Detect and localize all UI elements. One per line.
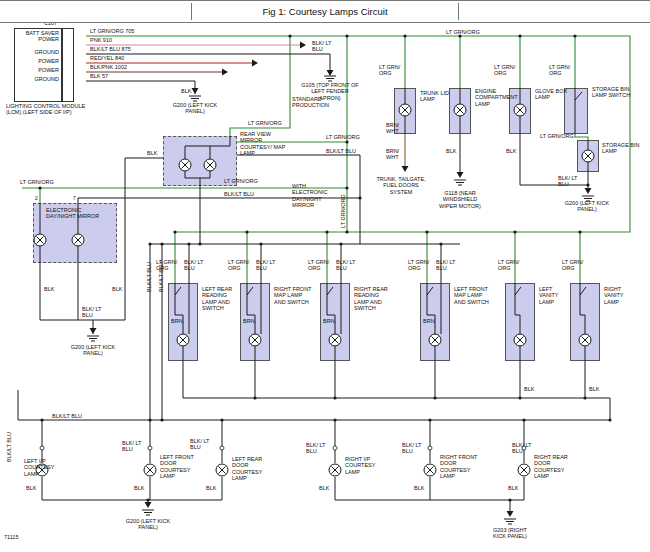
- wire-label-brn: BRN: [171, 318, 183, 324]
- wire-label-blk-lt-blu: BLK/LT BLU: [224, 191, 254, 197]
- component-label-left-vanity: LEFT VANITY LAMP: [539, 286, 569, 305]
- wire-label: LT GRN/ORG 705: [90, 28, 134, 34]
- wire-label-lt-grn-org: LT GRN/ORG: [446, 29, 480, 35]
- ground-label-g200-bottom: G200 (LEFT KICK PANEL): [125, 518, 171, 531]
- right-vanity-lamp-box: [570, 283, 600, 361]
- wire-label-lt-grn-org-vertical: LT GRN/ORG: [340, 194, 346, 228]
- component-label-storage-bin-lamp-switch: STORAGE BIN LAMP SWITCH: [592, 86, 638, 99]
- component-label-left-rear-reading: LEFT REAR READING LAMP AND SWITCH: [202, 286, 240, 311]
- wire-label-blk-lt-blu: BLK/ LT BLU: [558, 175, 582, 188]
- wire-label-blk: BLK: [147, 150, 157, 156]
- wire-name: BLK: [90, 73, 100, 79]
- wire-label-lt-grn-org: LT GRN/ORG: [540, 133, 574, 139]
- component-label-right-vanity: RIGHT VANITY LAMP: [604, 286, 634, 305]
- wire-label-blk: BLK: [181, 88, 191, 94]
- storage-bin-lamp-box: [577, 140, 599, 172]
- lcm-pin-name: GROUND: [17, 76, 59, 82]
- note-with-electronic-mirror: WITH ELECTRONIC DAY/NIGHT MIRROR: [292, 183, 340, 208]
- ground-label-g200-top: G200 (LEFT KICK PANEL): [172, 102, 218, 115]
- wire-label-lt-grn-org: LT GRN/ ORG: [562, 259, 586, 272]
- wire-label-brn-wht: BRN/ WHT: [386, 148, 408, 161]
- wire-label-lt-grn-org: LT GRN/ORG: [248, 120, 282, 126]
- note-standard-production: STANDARD PRODUCTION: [292, 96, 336, 109]
- wire-label-blk: BLK: [446, 148, 456, 154]
- component-label-storage-bin-lamp: STORAGE BIN LAMP: [602, 142, 642, 155]
- ground-label-g200-right: G200 (LEFT KICK PANEL): [564, 200, 610, 213]
- lcm-pin-name: POWER: [17, 58, 59, 64]
- wire-label-lt-grn-org: LT GRN/ORG: [326, 134, 360, 140]
- mirror-pin-2: 2: [35, 196, 38, 202]
- wire-label-lt-grn-org: LT GRN/ ORG: [498, 259, 522, 272]
- wire-label: BLK/LT BLU 875: [90, 46, 131, 52]
- wire-label-lt-grn-org: LT GRN/ ORG: [494, 64, 518, 77]
- wire-label-blk-lt-blu: BLK/ LT BLU: [256, 259, 280, 272]
- figure-title: Fig 1: Courtesy Lamps Circuit: [191, 3, 458, 20]
- wire-label-blk: BLK: [414, 485, 424, 491]
- lcm-module-label: LIGHTING CONTROL MODULE (LCM) (LEFT SIDE…: [6, 103, 90, 116]
- mirror-pin-7: 7: [73, 196, 76, 202]
- wire-label-blk-lt-blu: BLK/ LT BLU: [82, 306, 106, 319]
- wire-label-blk: BLK: [508, 485, 518, 491]
- wire-label-brn: BRN: [243, 318, 255, 324]
- wire-label-blk-lt-blu: BLK/ LT BLU: [402, 442, 426, 455]
- circuit-number: 1002: [115, 64, 127, 70]
- diagram-watermark: 71115: [4, 534, 18, 540]
- wire-name: BLK/PNK: [90, 64, 113, 70]
- note-trunk-system: TRUNK, TAILGATE, FUEL DOORS SYSTEM: [376, 176, 426, 195]
- component-label-right-rear-door: RIGHT REAR DOOR COURTESY LAMP: [534, 454, 574, 479]
- circuit-number: 705: [125, 28, 134, 34]
- wire-label-blk: BLK: [26, 485, 36, 491]
- component-label-right-front-map: RIGHT FRONT MAP LAMP AND SWITCH: [274, 286, 312, 305]
- wire-label-blk-lt-blu: BLK/ LT BLU: [190, 438, 214, 451]
- wire-label-lt-grn-org: LT GRN/ ORG: [228, 259, 252, 272]
- figure-title-bar: Fig 1: Courtesy Lamps Circuit: [0, 0, 650, 23]
- wire-label-blk: BLK: [506, 148, 516, 154]
- wire-label-lt-grn-org: LT GRN/ ORG: [156, 259, 180, 272]
- wire-label-blk-lt-blu: BLK/LT BLU: [52, 413, 82, 419]
- component-label-right-front-door: RIGHT FRONT DOOR COURTESY LAMP: [440, 454, 482, 479]
- wire-label-blk: BLK: [319, 485, 329, 491]
- wire-name: PNK: [90, 37, 101, 43]
- component-label-left-front-door: LEFT FRONT DOOR COURTESY LAMP: [160, 454, 200, 479]
- left-vanity-lamp-box: [505, 283, 535, 361]
- component-label-left-ip-courtesy: LEFT I/P COURTESY LAMP: [24, 458, 60, 477]
- ground-label-g203: G203 (RIGHT KICK PANEL): [487, 527, 533, 540]
- wire-label: BLK 57: [90, 73, 108, 79]
- wire-label-lt-grn-org: LT GRN/ ORG: [549, 64, 573, 77]
- wire-label: RED/YEL 840: [90, 55, 124, 61]
- wire-label-blk-lt-blu: BLK/ LT BLU: [184, 259, 208, 272]
- wire-label-blk-lt-blu: BLK/ LT BLU: [512, 442, 536, 455]
- wire-label-lt-grn-org: LT GRN/ ORG: [308, 259, 332, 272]
- wire-label-blk: BLK: [112, 286, 122, 292]
- wire-label-lt-grn-org: LT GRN/ORG: [20, 179, 54, 185]
- circuit-number: 910: [103, 37, 112, 43]
- wire-label: BLK/PNK 1002: [90, 64, 127, 70]
- wire-label-blk-lt-blu-vertical: BLK/LT BLU: [6, 432, 12, 462]
- wire-label-blk-lt-blu: BLK/ LT BLU: [306, 442, 330, 455]
- wire-label-blk-lt-blu: BLK/ LT BLU: [312, 40, 336, 53]
- wire-label-blk-lt-blu: BLK/ LT BLU: [336, 259, 360, 272]
- wire-label-blk-lt-blu: BLK/LT BLU: [326, 148, 356, 154]
- lcm-connector-strip: [62, 28, 74, 102]
- wire-label-lt-grn-org: LT GRN/ ORG: [379, 64, 403, 77]
- component-label-right-rear-reading: RIGHT REAR READING LAMP AND SWITCH: [354, 286, 392, 311]
- wire-label-lt-grn-org: LT GRN/ORG: [224, 178, 258, 184]
- circuit-number: 875: [122, 46, 131, 52]
- inline-connectors: [40, 446, 526, 450]
- wire-label-blk-lt-blu-vertical: BLK/LT BLU: [146, 262, 152, 292]
- ground-label-g200-mirror: G200 (LEFT KICK PANEL): [70, 344, 116, 357]
- component-label-trunk-lid-lamp: TRUNK LID LAMP: [420, 90, 454, 103]
- wire-name: RED/YEL: [90, 55, 113, 61]
- wire-label-blk: BLK: [206, 485, 216, 491]
- lcm-pin-name: BATT SAVER POWER: [17, 30, 59, 43]
- wire-label-lt-grn-org: LT GRN/ ORG: [408, 259, 432, 272]
- component-label-engine-compartment-lamp: ENGINE COMPARTMENT LAMP: [475, 88, 527, 107]
- component-label-day-night-mirror: ELECTRONIC DAY/NIGHT MIRROR: [46, 207, 104, 220]
- lcm-pin-name: GROUND: [17, 49, 59, 55]
- wire-label-blk: BLK: [44, 286, 54, 292]
- wire-label-brn-wht: BRN/ WHT: [386, 122, 408, 135]
- component-label-rear-view-mirror: REAR VIEW MIRROR COURTESY/ MAP LAMP: [240, 131, 288, 156]
- wire-label: PNK 910: [90, 37, 112, 43]
- wire-label-blk: BLK: [134, 485, 144, 491]
- ground-label-g118: G118 (NEAR WINDSHIELD WIPER MOTOR): [434, 190, 486, 209]
